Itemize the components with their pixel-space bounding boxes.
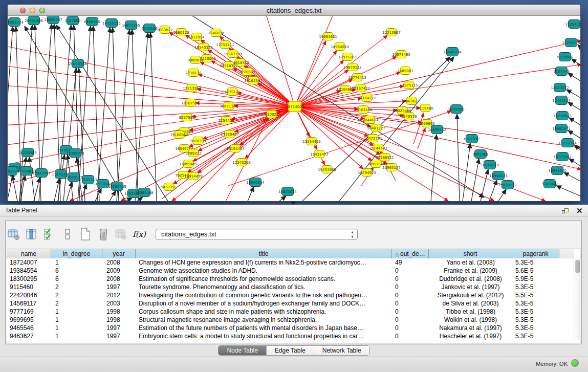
table-cell[interactable]: 9777169 bbox=[10, 308, 51, 316]
table-cell[interactable]: 6 bbox=[55, 267, 102, 275]
table-row[interactable]: 1872400712008Changes of HCN gene express… bbox=[7, 259, 574, 267]
graph-node[interactable]: 9891461 bbox=[472, 150, 488, 159]
graph-node[interactable]: 7485063 bbox=[397, 67, 413, 75]
table-cell[interactable]: 2008 bbox=[106, 259, 136, 267]
table-settings-button[interactable] bbox=[7, 227, 20, 242]
table-cell[interactable]: Estimation of the future numbers of pati… bbox=[139, 324, 392, 333]
graph-node[interactable]: 30671339 bbox=[220, 102, 238, 110]
table-cell[interactable]: 9465546 bbox=[10, 324, 51, 333]
graph-edge[interactable] bbox=[8, 85, 295, 106]
graph-edge[interactable] bbox=[564, 172, 580, 188]
vertical-scrollbar[interactable] bbox=[574, 258, 580, 340]
graph-node[interactable]: 12093872 bbox=[551, 83, 569, 92]
graph-edge[interactable] bbox=[471, 159, 479, 201]
table-cell[interactable]: 1 bbox=[55, 324, 102, 333]
table-cell[interactable]: Franke et al. (2009) bbox=[429, 267, 512, 275]
graph-edge[interactable] bbox=[301, 109, 368, 136]
column-header-short[interactable]: short bbox=[429, 249, 512, 258]
graph-node[interactable]: 5878335 bbox=[190, 137, 206, 145]
table-cell[interactable]: Estimation of significance thresholds fo… bbox=[139, 275, 392, 283]
table-cell[interactable]: 18724007 bbox=[10, 259, 51, 267]
graph-edge[interactable] bbox=[97, 28, 110, 201]
graph-node[interactable]: 20691406 bbox=[25, 16, 43, 25]
column-header-year[interactable]: year bbox=[102, 249, 136, 258]
graph-node[interactable]: 1527602 bbox=[64, 16, 80, 25]
table-row[interactable]: 977716911998Corpus callosum shape and si… bbox=[7, 308, 574, 316]
table-row[interactable]: 946362711997Embryonic stem cells: a mode… bbox=[7, 333, 574, 341]
graph-edge[interactable] bbox=[126, 198, 132, 201]
graph-node[interactable]: 17975183 bbox=[338, 53, 357, 61]
tab-node-table[interactable]: Node Table bbox=[219, 346, 267, 355]
column-header-out_de[interactable]: △out_de… bbox=[392, 249, 429, 258]
graph-edge[interactable] bbox=[457, 114, 460, 201]
graph-node[interactable]: 16162547 bbox=[244, 77, 263, 84]
table-cell[interactable]: 14569117 bbox=[10, 300, 51, 308]
table-cell[interactable]: 5.9E-5 bbox=[515, 275, 559, 283]
graph-node[interactable]: 32161138 bbox=[354, 106, 373, 114]
graph-node[interactable]: 15692971 bbox=[552, 124, 571, 133]
graph-edge[interactable] bbox=[16, 27, 21, 201]
graph-node[interactable]: 16594923 bbox=[358, 169, 376, 177]
graph-node[interactable]: 15451955 bbox=[318, 166, 336, 173]
column-header-title[interactable]: title bbox=[136, 249, 392, 258]
graph-node[interactable]: 9660128 bbox=[173, 29, 189, 36]
graph-node[interactable]: 16461227 bbox=[367, 124, 385, 132]
graph-edge[interactable] bbox=[569, 159, 580, 174]
graph-node[interactable]: 16944221 bbox=[489, 171, 508, 180]
scrollbar-thumb[interactable] bbox=[575, 260, 580, 273]
table-cell[interactable]: 0 bbox=[395, 316, 429, 324]
table-cell[interactable]: Corpus callosum shape and size in male p… bbox=[139, 308, 392, 316]
table-cell[interactable]: 22420046 bbox=[10, 292, 51, 300]
new-column-button[interactable] bbox=[79, 227, 92, 242]
graph-edge[interactable] bbox=[208, 50, 289, 102]
graph-edge[interactable] bbox=[81, 184, 86, 201]
graph-edge[interactable] bbox=[569, 118, 580, 133]
network-window[interactable]: citations_edges.txt 24055724206914061065… bbox=[7, 4, 581, 201]
delete-column-button[interactable] bbox=[97, 227, 110, 242]
table-cell[interactable]: 5.3E-5 bbox=[515, 259, 559, 267]
table-cell[interactable]: 1997 bbox=[106, 283, 136, 292]
table-cell[interactable]: 1998 bbox=[106, 308, 136, 316]
table-cell[interactable]: Wolkin et al. (1998) bbox=[429, 316, 512, 324]
graph-node[interactable]: 11254304 bbox=[565, 20, 580, 29]
graph-node[interactable]: 9329966 bbox=[557, 53, 573, 61]
graph-edge[interactable] bbox=[568, 73, 580, 89]
tab-network-table[interactable]: Network Table bbox=[314, 346, 369, 355]
table-cell[interactable]: 9115460 bbox=[10, 283, 51, 292]
graph-node[interactable]: 6791977 bbox=[464, 135, 480, 143]
table-cell[interactable]: 0 bbox=[395, 333, 429, 341]
graph-edge[interactable] bbox=[229, 48, 290, 102]
table-cell[interactable]: 1 bbox=[55, 316, 102, 324]
table-cell[interactable]: 6 bbox=[55, 275, 102, 283]
graph-node[interactable]: 15547199 bbox=[224, 50, 242, 58]
graph-edge[interactable] bbox=[299, 60, 343, 102]
graph-node[interactable]: 16773202 bbox=[553, 152, 572, 161]
graph-node[interactable]: 5912954 bbox=[188, 33, 205, 41]
table-cell[interactable]: 5.3E-5 bbox=[515, 333, 559, 341]
graph-node[interactable]: 12343265 bbox=[232, 159, 251, 166]
table-cell[interactable]: 18300295 bbox=[10, 275, 51, 283]
network-canvas[interactable]: 2405572420691406106552871527602646616010… bbox=[8, 16, 580, 201]
graph-node[interactable]: 16046310 bbox=[481, 161, 499, 169]
table-cell[interactable]: 1 bbox=[55, 259, 102, 267]
graph-node[interactable]: 7254402 bbox=[218, 117, 234, 124]
table-cell[interactable]: 1 bbox=[55, 308, 102, 316]
table-cell[interactable]: Dudbridge et al. (2008) bbox=[429, 275, 512, 283]
table-cell[interactable]: 1 bbox=[55, 333, 102, 341]
table-cell[interactable]: 2 bbox=[55, 283, 102, 292]
table-cell[interactable]: 2012 bbox=[106, 292, 136, 300]
column-header-pagerank[interactable]: pagerank bbox=[512, 249, 559, 258]
graph-edge[interactable] bbox=[121, 106, 295, 201]
table-cell[interactable]: de Silva et al. (2003) bbox=[429, 300, 512, 308]
tab-edge-table[interactable]: Edge Table bbox=[267, 346, 314, 355]
table-row[interactable]: 969969511998Structural magnetic resonanc… bbox=[7, 316, 574, 324]
table-cell[interactable]: 0 bbox=[395, 283, 429, 292]
graph-node[interactable]: 24055724 bbox=[8, 18, 24, 27]
table-cell[interactable]: 1997 bbox=[106, 333, 136, 341]
delete-table-button[interactable] bbox=[115, 227, 128, 242]
table-cell[interactable]: Yano et al. (2008) bbox=[429, 259, 512, 267]
select-columns-button[interactable] bbox=[43, 227, 56, 242]
table-cell[interactable]: 49 bbox=[395, 259, 429, 267]
graph-edge[interactable] bbox=[489, 180, 497, 201]
graph-node[interactable]: 10719155 bbox=[102, 19, 121, 28]
